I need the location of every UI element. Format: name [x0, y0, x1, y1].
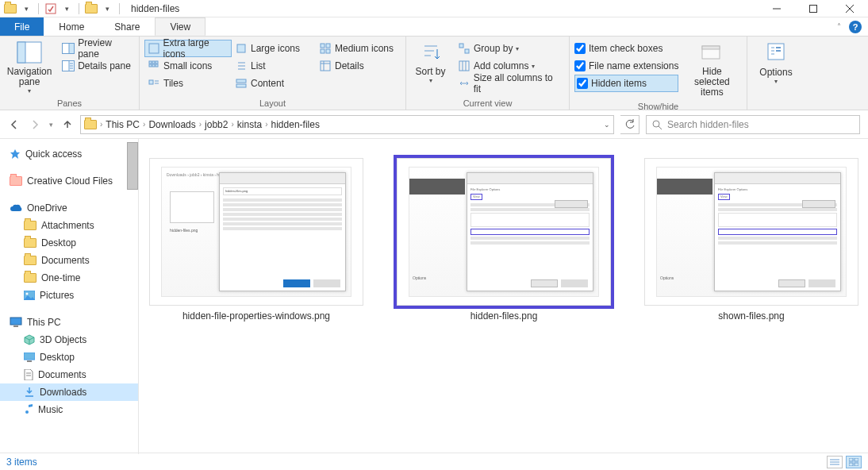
- svg-rect-67: [855, 463, 858, 466]
- search-input[interactable]: Search hidden-files: [646, 115, 860, 134]
- sidebar-item-pictures[interactable]: Pictures: [0, 287, 138, 304]
- recent-locations-button[interactable]: ▾: [49, 121, 53, 129]
- back-button[interactable]: [8, 118, 21, 131]
- hide-selected-label: Hide selected items: [683, 67, 740, 98]
- address-history-icon[interactable]: ⌄: [604, 121, 610, 129]
- sidebar-item-this-pc[interactable]: This PC: [0, 314, 138, 331]
- sidebar-item-desktop-2[interactable]: Desktop: [0, 349, 138, 366]
- share-tab[interactable]: Share: [99, 17, 155, 36]
- item-count: 3 items: [6, 457, 37, 468]
- help-icon[interactable]: ?: [849, 21, 862, 33]
- group-by-button[interactable]: Group by ▾: [455, 40, 564, 57]
- hide-selected-button[interactable]: Hide selected items: [683, 40, 740, 98]
- sidebar-item-3d-objects[interactable]: 3D Objects: [0, 331, 138, 349]
- chevron-down-icon[interactable]: ▾: [100, 2, 114, 16]
- thumbnails-view-toggle[interactable]: [846, 456, 862, 468]
- details-view-toggle[interactable]: [827, 456, 843, 468]
- sidebar-item-attachments[interactable]: Attachments: [0, 217, 138, 234]
- item-checkboxes-label: Item check boxes: [589, 43, 663, 54]
- close-button[interactable]: [832, 0, 868, 17]
- refresh-button[interactable]: [620, 115, 639, 134]
- content-label: Content: [251, 78, 284, 89]
- svg-rect-22: [156, 61, 158, 64]
- svg-rect-16: [321, 44, 325, 48]
- small-icons-label: Small icons: [163, 60, 212, 71]
- sidebar-item-label: One-time: [41, 272, 80, 283]
- sidebar-item-onedrive[interactable]: OneDrive: [0, 199, 138, 217]
- svg-line-51: [659, 126, 662, 129]
- crumb-downloads[interactable]: Downloads: [148, 119, 195, 130]
- collapse-ribbon-icon[interactable]: ˄: [837, 22, 841, 31]
- crumb-jobb2[interactable]: jobb2: [205, 119, 228, 130]
- size-columns-button[interactable]: Size all columns to fit: [455, 75, 564, 92]
- pictures-icon: [24, 291, 35, 300]
- crumb-this-pc[interactable]: This PC: [106, 119, 140, 130]
- hidden-items-checkbox[interactable]: Hidden items: [574, 75, 678, 92]
- file-grid[interactable]: Downloads › jobb2 › kinsta › hid… hidden…: [139, 139, 868, 454]
- navigation-pane-button[interactable]: Navigation pane ▾: [5, 40, 54, 94]
- crumb-kinsta[interactable]: kinsta: [237, 119, 262, 130]
- sidebar-item-downloads[interactable]: Downloads: [0, 383, 138, 401]
- panes-group-label: Panes: [0, 98, 139, 110]
- sidebar-item-desktop[interactable]: Desktop: [0, 234, 138, 252]
- small-icons-button[interactable]: Small icons: [144, 57, 232, 75]
- file-name: shown-files.png: [718, 310, 784, 322]
- music-icon: [24, 404, 33, 415]
- svg-rect-65: [855, 458, 858, 461]
- sidebar-item-creative-cloud[interactable]: Creative Cloud Files: [0, 172, 138, 190]
- file-item[interactable]: Options File Explorer Options View: [394, 155, 613, 325]
- tiles-label: Tiles: [163, 78, 183, 89]
- svg-rect-55: [13, 326, 18, 327]
- home-tab[interactable]: Home: [44, 17, 99, 36]
- view-tab[interactable]: View: [155, 17, 205, 36]
- breadcrumb[interactable]: › This PC› Downloads› jobb2› kinsta› hid…: [80, 115, 614, 134]
- chevron-down-icon[interactable]: ▾: [19, 2, 33, 16]
- ribbon-tabs: File Home Share View ˄ ?: [0, 17, 868, 37]
- svg-rect-2: [810, 5, 817, 12]
- item-checkboxes-checkbox[interactable]: Item check boxes: [574, 40, 678, 57]
- size-columns-label: Size all columns to fit: [474, 72, 561, 94]
- sidebar-item-documents-2[interactable]: Documents: [0, 366, 138, 383]
- preview-pane-button[interactable]: Preview pane: [59, 40, 134, 57]
- folder-icon: [24, 273, 36, 283]
- extra-large-icons-button[interactable]: Extra large icons: [144, 40, 232, 57]
- desktop-icon: [24, 352, 35, 362]
- sidebar-item-label: Pictures: [40, 290, 74, 301]
- forward-button[interactable]: [29, 118, 41, 131]
- content-button[interactable]: Content: [232, 75, 316, 92]
- maximize-button[interactable]: [795, 0, 832, 17]
- file-name: hidden-files.png: [470, 310, 538, 322]
- minimize-button[interactable]: [759, 0, 795, 17]
- svg-rect-25: [156, 64, 158, 67]
- sidebar-item-documents[interactable]: Documents: [0, 252, 138, 269]
- filename-ext-checkbox[interactable]: File name extensions: [574, 57, 678, 75]
- folder-icon: [24, 221, 36, 230]
- sort-by-button[interactable]: Sort by ▾: [411, 40, 450, 84]
- sidebar-item-label: Downloads: [40, 387, 86, 398]
- filename-ext-label: File name extensions: [589, 60, 678, 71]
- sidebar-item-label: Creative Cloud Files: [27, 175, 113, 187]
- file-item[interactable]: Downloads › jobb2 › kinsta › hid… hidden…: [147, 155, 366, 325]
- details-view-button[interactable]: Details: [316, 57, 400, 75]
- file-tab[interactable]: File: [0, 17, 44, 36]
- details-pane-button[interactable]: Details pane: [59, 57, 134, 75]
- sidebar-item-one-time[interactable]: One-time: [0, 269, 138, 287]
- large-icons-button[interactable]: Large icons: [232, 40, 316, 57]
- options-button[interactable]: Options ▾: [752, 40, 800, 85]
- properties-icon[interactable]: [44, 2, 58, 16]
- medium-icons-button[interactable]: Medium icons: [316, 40, 400, 57]
- svg-rect-20: [149, 61, 152, 64]
- file-item[interactable]: Options File Explorer Options View: [642, 155, 861, 325]
- chevron-down-icon[interactable]: ▾: [60, 2, 74, 16]
- sidebar-item-music[interactable]: Music: [0, 401, 138, 418]
- monitor-icon: [10, 317, 22, 328]
- sidebar-item-quick-access[interactable]: Quick access: [0, 145, 138, 163]
- scrollbar-thumb[interactable]: [127, 142, 138, 190]
- svg-rect-56: [24, 352, 35, 360]
- svg-point-50: [653, 121, 659, 127]
- up-button[interactable]: [61, 118, 74, 131]
- xl-icons-label: Extra large icons: [163, 37, 228, 60]
- tiles-button[interactable]: Tiles: [144, 75, 232, 92]
- crumb-hidden-files[interactable]: hidden-files: [271, 119, 320, 130]
- list-button[interactable]: List: [232, 57, 316, 75]
